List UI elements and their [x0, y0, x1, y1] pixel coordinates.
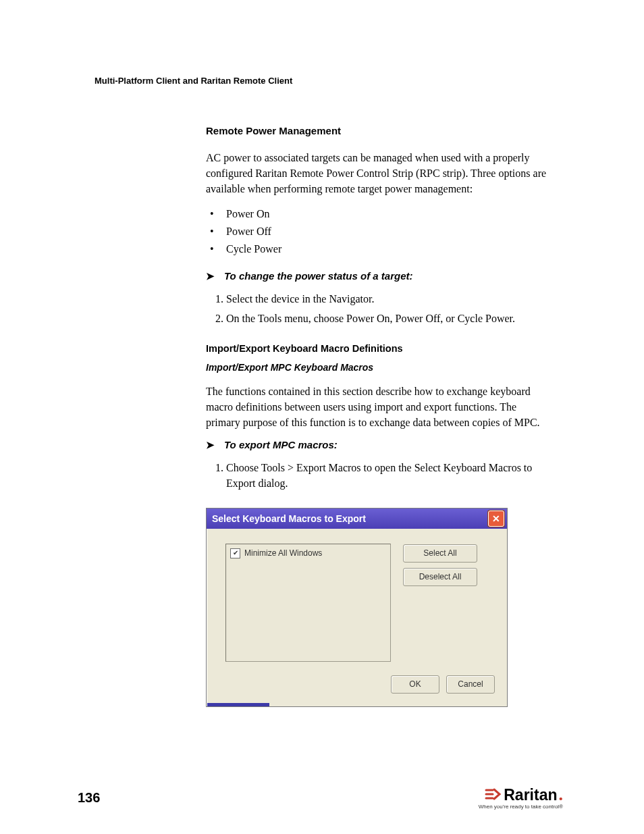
procedure-heading-change-power: ➤ To change the power status of a target…: [206, 270, 550, 282]
logo-icon: [485, 787, 502, 804]
proc-title-change-power: To change the power status of a target:: [224, 270, 412, 282]
dialog-titlebar[interactable]: Select Keyboard Macros to Export ✕: [207, 509, 507, 529]
page-number: 136: [78, 790, 100, 806]
list-item[interactable]: ✔ Minimize All Windows: [230, 548, 386, 558]
procedure-heading-export-macros: ➤ To export MPC macros:: [206, 439, 550, 451]
steps-export-macros: Choose Tools > Export Macros to open the…: [206, 458, 550, 493]
bullet-cycle-power: Cycle Power: [206, 240, 550, 258]
brand-name: Raritan: [504, 786, 557, 804]
macro-list[interactable]: ✔ Minimize All Windows: [225, 544, 391, 662]
section-title-import-export: Import/Export Keyboard Macro Definitions: [206, 343, 550, 354]
deselect-all-button[interactable]: Deselect All: [403, 568, 477, 586]
section-title-remote-power: Remote Power Management: [206, 125, 550, 136]
dialog-bottom-strip: [207, 703, 269, 706]
brand-dot-icon: .: [559, 788, 564, 802]
dialog-title: Select Keyboard Macros to Export: [212, 513, 366, 524]
select-all-button[interactable]: Select All: [403, 544, 477, 563]
brand-logo: Raritan . When you're ready to take cont…: [479, 786, 563, 810]
cancel-button[interactable]: Cancel: [446, 675, 495, 694]
dialog-select-keyboard-macros: Select Keyboard Macros to Export ✕ ✔ Min…: [206, 508, 508, 707]
brand-tagline: When you're ready to take control®: [479, 804, 563, 810]
chevron-right-icon: ➤: [206, 270, 215, 282]
checkbox-icon[interactable]: ✔: [230, 548, 240, 558]
bullet-power-off: Power Off: [206, 223, 550, 240]
step-1: Select the device in the Navigator.: [226, 289, 550, 309]
para-import-export: The functions contained in this section …: [206, 384, 550, 431]
subsection-title-mpc-macros: Import/Export MPC Keyboard Macros: [206, 362, 550, 373]
step-export-1: Choose Tools > Export Macros to open the…: [226, 458, 550, 493]
list-item-label: Minimize All Windows: [244, 548, 322, 558]
bullet-power-on: Power On: [206, 205, 550, 223]
steps-change-power: Select the device in the Navigator. On t…: [206, 289, 550, 328]
doc-header: Multi-Platform Client and Raritan Remote…: [95, 76, 567, 86]
chevron-right-icon: ➤: [206, 439, 215, 451]
step-2: On the Tools menu, choose Power On, Powe…: [226, 309, 550, 328]
para-remote-power: AC power to associated targets can be ma…: [206, 150, 550, 197]
close-button[interactable]: ✕: [488, 511, 504, 527]
close-icon: ✕: [492, 513, 500, 524]
proc-title-export-macros: To export MPC macros:: [224, 439, 338, 450]
ok-button[interactable]: OK: [391, 675, 439, 694]
power-options-list: Power On Power Off Cycle Power: [206, 205, 550, 258]
